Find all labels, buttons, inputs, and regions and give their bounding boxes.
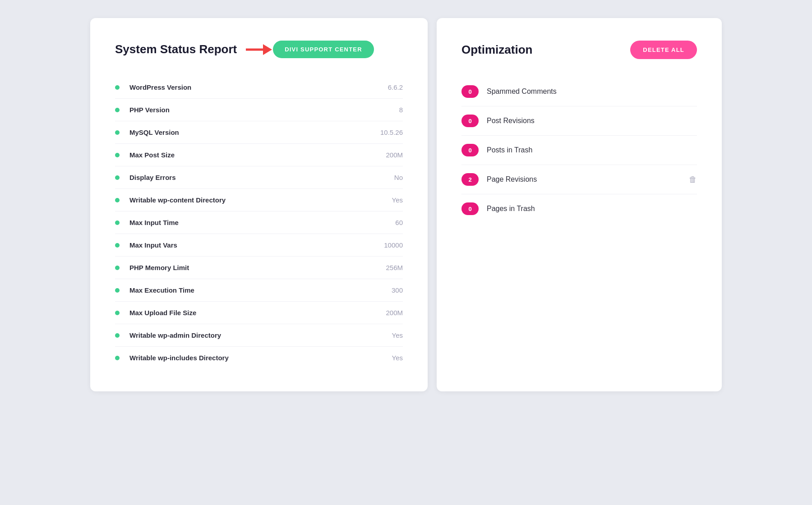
row-value: 60 [395, 219, 403, 226]
row-value: 256M [386, 264, 403, 271]
delete-all-button[interactable]: DELETE ALL [630, 41, 697, 59]
optimization-title: Optimization [461, 43, 532, 57]
optimization-row: 2 Page Revisions 🗑 [461, 165, 697, 194]
row-value: Yes [392, 354, 403, 362]
count-badge: 2 [461, 173, 479, 186]
opt-label: Posts in Trash [487, 146, 697, 154]
status-dot [115, 130, 120, 135]
row-value: 300 [392, 286, 403, 294]
row-value: Yes [392, 331, 403, 339]
system-row: Display Errors No [115, 166, 403, 189]
row-label: Display Errors [129, 174, 385, 181]
count-badge: 0 [461, 144, 479, 156]
count-badge: 0 [461, 202, 479, 215]
row-label: Max Input Vars [129, 241, 375, 249]
opt-label: Page Revisions [487, 175, 683, 184]
opt-label: Spammed Comments [487, 87, 697, 96]
system-row: Max Input Time 60 [115, 211, 403, 234]
row-value: Yes [392, 196, 403, 204]
trash-icon[interactable]: 🗑 [689, 175, 697, 184]
status-dot [115, 175, 120, 180]
status-dot [115, 266, 120, 270]
row-label: Max Upload File Size [129, 309, 377, 317]
optimization-rows: 0 Spammed Comments 0 Post Revisions 0 Po… [461, 77, 697, 223]
row-label: Writable wp-includes Directory [129, 354, 383, 362]
count-badge: 0 [461, 85, 479, 98]
system-row: Max Post Size 200M [115, 144, 403, 166]
row-label: Max Input Time [129, 219, 386, 226]
status-dot [115, 288, 120, 293]
status-dot [115, 333, 120, 338]
opt-label: Post Revisions [487, 117, 697, 125]
optimization-row: 0 Posts in Trash [461, 136, 697, 165]
system-row: Max Input Vars 10000 [115, 234, 403, 257]
status-dot [115, 311, 120, 315]
row-label: Max Post Size [129, 151, 377, 159]
row-value: 10000 [384, 241, 403, 249]
status-dot [115, 198, 120, 202]
optimization-card: Optimization DELETE ALL 0 Spammed Commen… [437, 18, 722, 391]
arrow-btn-wrapper: DIVI SUPPORT CENTER [246, 41, 374, 58]
row-value: 8 [399, 106, 403, 114]
system-status-card: System Status Report DIVI SUPPORT CENTER… [90, 18, 428, 391]
svg-marker-1 [263, 44, 272, 55]
system-row: PHP Version 8 [115, 99, 403, 121]
right-header: Optimization DELETE ALL [461, 41, 697, 59]
opt-label: Pages in Trash [487, 205, 697, 213]
count-badge: 0 [461, 115, 479, 127]
row-value: 6.6.2 [388, 83, 403, 91]
row-label: Writable wp-admin Directory [129, 331, 383, 339]
page-wrapper: System Status Report DIVI SUPPORT CENTER… [90, 18, 722, 391]
row-value: 10.5.26 [380, 129, 403, 136]
system-row: Writable wp-includes Directory Yes [115, 347, 403, 369]
optimization-row: 0 Spammed Comments [461, 77, 697, 106]
system-row: Max Upload File Size 200M [115, 302, 403, 324]
status-dot [115, 108, 120, 112]
row-label: PHP Version [129, 106, 390, 114]
optimization-row: 0 Post Revisions [461, 106, 697, 136]
system-status-title: System Status Report [115, 42, 237, 56]
left-header: System Status Report DIVI SUPPORT CENTER [115, 41, 403, 58]
row-label: WordPress Version [129, 83, 379, 91]
system-row: WordPress Version 6.6.2 [115, 76, 403, 99]
row-label: PHP Memory Limit [129, 264, 377, 271]
system-row: PHP Memory Limit 256M [115, 257, 403, 279]
system-row: Writable wp-content Directory Yes [115, 189, 403, 211]
row-value: 200M [386, 309, 403, 317]
system-row: Writable wp-admin Directory Yes [115, 324, 403, 347]
status-dot [115, 85, 120, 90]
status-dot [115, 243, 120, 248]
status-dot [115, 153, 120, 157]
row-label: MySQL Version [129, 129, 371, 136]
optimization-row: 0 Pages in Trash [461, 194, 697, 223]
divi-support-center-button[interactable]: DIVI SUPPORT CENTER [273, 41, 374, 58]
row-label: Max Execution Time [129, 286, 383, 294]
status-dot [115, 356, 120, 360]
system-row: MySQL Version 10.5.26 [115, 121, 403, 144]
row-label: Writable wp-content Directory [129, 196, 383, 204]
row-value: No [394, 174, 403, 181]
system-rows: WordPress Version 6.6.2 PHP Version 8 My… [115, 76, 403, 369]
row-value: 200M [386, 151, 403, 159]
status-dot [115, 220, 120, 225]
system-row: Max Execution Time 300 [115, 279, 403, 302]
